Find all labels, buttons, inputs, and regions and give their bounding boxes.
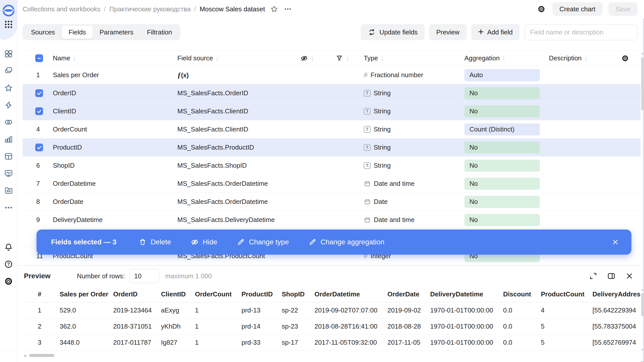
- aggregation-select[interactable]: Count (Distinct): [464, 123, 540, 135]
- preview-cell: 2018-08-28T16:41:00: [314, 323, 387, 330]
- table-settings-gear-icon[interactable]: [621, 54, 629, 62]
- table-row[interactable]: ProductIDMS_SalesFacts.ProductIDTStringN…: [23, 139, 640, 157]
- expand-icon[interactable]: [588, 270, 599, 282]
- apps-grid-icon[interactable]: [4, 20, 13, 29]
- sidebar-collapse-button[interactable]: [4, 351, 14, 360]
- column-header-aggregation[interactable]: Aggregation↓: [460, 54, 546, 62]
- sidebar-item-monitor[interactable]: [4, 169, 14, 179]
- create-chart-button[interactable]: Create chart: [552, 2, 602, 16]
- scrollbar-thumb[interactable]: [29, 354, 54, 357]
- tab-fields[interactable]: Fields: [62, 26, 93, 39]
- rows-count-input[interactable]: [130, 269, 159, 283]
- favorite-star-icon[interactable]: [269, 4, 279, 14]
- aggregation-select[interactable]: No: [464, 196, 540, 208]
- table-row[interactable]: OrderIDMS_SalesFacts.OrderIDTStringNo: [23, 84, 640, 102]
- preview-column-header: ShopID: [282, 290, 314, 298]
- split-panel-icon[interactable]: [606, 270, 617, 282]
- row-checkbox[interactable]: [35, 89, 43, 97]
- datalens-logo[interactable]: [3, 5, 15, 17]
- tab-parameters[interactable]: Parameters: [93, 26, 140, 39]
- field-source: MS_SalesFacts.ShopID: [177, 162, 298, 169]
- more-actions-icon[interactable]: [283, 4, 293, 14]
- sidebar-item-table[interactable]: [4, 152, 14, 162]
- sidebar-item-star[interactable]: [4, 83, 14, 94]
- breadcrumb-link[interactable]: Collections and workbooks: [23, 5, 100, 13]
- preview-cell: 1: [195, 306, 242, 314]
- scroll-left-arrow-icon[interactable]: ◀: [23, 353, 26, 357]
- add-field-button[interactable]: + Add field: [471, 24, 520, 40]
- column-header-name[interactable]: Name↓: [53, 54, 177, 62]
- string-type-icon: T: [364, 162, 371, 169]
- table-row[interactable]: 4OrderCountMS_SalesFacts.ClientIDTString…: [23, 120, 640, 139]
- aggregation-select[interactable]: No: [464, 105, 540, 117]
- preview-button[interactable]: Preview: [429, 24, 466, 40]
- layers-icon: [4, 66, 13, 76]
- scroll-up-arrow-icon[interactable]: ▲: [640, 51, 644, 56]
- field-search-input[interactable]: [524, 24, 637, 40]
- more-dots-icon: [4, 203, 13, 213]
- sidebar-item-lightning[interactable]: [4, 101, 14, 111]
- table-row[interactable]: 8OrderDateMS_SalesFacts.OrderDatetimeDat…: [23, 193, 640, 211]
- save-button[interactable]: Save: [609, 2, 637, 16]
- table-row[interactable]: 6ShopIDMS_SalesFacts.ShopIDTStringNo: [23, 157, 640, 175]
- sidebar-item-layers[interactable]: [4, 66, 14, 76]
- change-type-button[interactable]: Change type: [237, 238, 289, 246]
- row-checkbox[interactable]: [35, 107, 43, 115]
- scrollbar-thumb[interactable]: [641, 57, 643, 111]
- funnel-icon: [335, 54, 343, 62]
- update-fields-button[interactable]: Update fields: [361, 24, 425, 40]
- sidebar-item-circles[interactable]: [4, 118, 14, 128]
- hide-button[interactable]: Hide: [191, 238, 217, 246]
- table-row[interactable]: ClientIDMS_SalesFacts.ClientIDTStringNo: [23, 102, 640, 120]
- breadcrumb-link[interactable]: Практические руководства: [109, 5, 191, 13]
- fields-scrollbar[interactable]: ▲: [640, 51, 644, 265]
- column-header-type[interactable]: Type↓: [360, 54, 460, 62]
- row-checkbox[interactable]: [35, 144, 43, 151]
- row-select-cell: 6: [23, 162, 53, 169]
- scroll-up-arrow-icon[interactable]: ▲: [640, 287, 644, 292]
- preview-scrollbar[interactable]: ▲ ▼: [640, 287, 644, 352]
- aggregation-select[interactable]: No: [464, 87, 540, 99]
- preview-cell: 2017-11-05T09:32:00: [314, 339, 387, 346]
- preview-cell: 1: [195, 339, 242, 346]
- column-header-description[interactable]: Description↓: [546, 54, 640, 62]
- column-header-filter[interactable]: ↓: [328, 54, 360, 62]
- row-number: 6: [23, 162, 40, 169]
- dataset-settings-gear-icon[interactable]: [536, 4, 546, 14]
- sidebar-item-bell[interactable]: [4, 243, 14, 253]
- aggregation-select[interactable]: No: [464, 160, 540, 172]
- sidebar-item-dashboard[interactable]: [4, 49, 14, 59]
- action-label: Change aggregation: [320, 238, 384, 246]
- close-icon[interactable]: [610, 237, 621, 248]
- sidebar-item-more-dots[interactable]: [4, 203, 14, 213]
- column-header-hidden[interactable]: ↓: [298, 54, 328, 62]
- number-type-icon: #: [364, 71, 368, 79]
- aggregation-select[interactable]: No: [464, 178, 540, 190]
- gear-icon: [4, 277, 13, 287]
- table-row[interactable]: 7OrderDatetimeMS_SalesFacts.OrderDatetim…: [23, 175, 640, 193]
- delete-button[interactable]: Delete: [139, 238, 171, 246]
- preview-hscrollbar[interactable]: ◀: [23, 353, 54, 358]
- preview-cell: 3448.0: [60, 339, 113, 346]
- scrollbar-thumb[interactable]: [641, 293, 643, 316]
- change-aggregation-button[interactable]: Change aggregation: [308, 238, 384, 246]
- sidebar-item-folder[interactable]: [4, 186, 14, 196]
- sidebar-item-help[interactable]: ?: [4, 260, 14, 270]
- table-icon: [4, 152, 13, 162]
- column-header-field-source[interactable]: Field source↓: [177, 54, 298, 62]
- tab-filtration[interactable]: Filtration: [140, 26, 179, 39]
- aggregation-cell: No: [460, 142, 546, 154]
- close-icon[interactable]: [624, 270, 635, 282]
- sidebar-item-bar-chart[interactable]: [4, 135, 14, 145]
- field-type-label: String: [374, 144, 391, 151]
- table-row[interactable]: 9DeliveryDatetimeMS_SalesFacts.DeliveryD…: [23, 211, 640, 229]
- aggregation-select[interactable]: No: [464, 142, 540, 154]
- select-all-checkbox[interactable]: [35, 54, 43, 62]
- tab-sources[interactable]: Sources: [24, 26, 62, 39]
- table-row[interactable]: 1Sales per Orderƒ(x)#Fractional numberAu…: [23, 66, 640, 84]
- scroll-down-arrow-icon[interactable]: ▼: [640, 347, 644, 352]
- aggregation-select[interactable]: Auto: [464, 69, 540, 81]
- aggregation-select[interactable]: No: [464, 214, 540, 226]
- sidebar-item-gear[interactable]: [4, 277, 14, 287]
- preview-title: Preview: [24, 272, 51, 280]
